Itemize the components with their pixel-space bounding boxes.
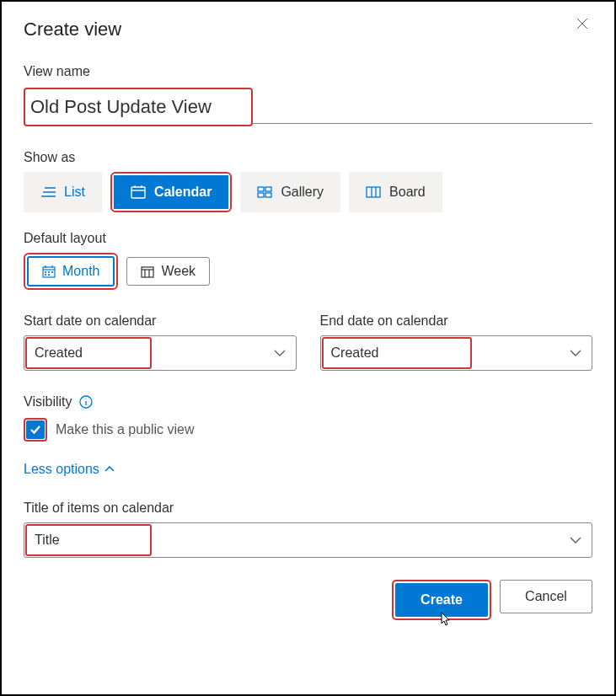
start-date-select[interactable]: Created [24, 335, 297, 371]
visibility-label: Visibility [24, 394, 72, 410]
svg-point-36 [85, 399, 86, 399]
info-icon[interactable] [79, 395, 93, 409]
show-as-board-button[interactable]: Board [349, 172, 442, 212]
show-as-list-button[interactable]: List [24, 172, 102, 212]
view-name-underline [253, 92, 592, 124]
title-items-value: Title [35, 533, 60, 548]
svg-point-25 [46, 271, 46, 272]
layout-month-button[interactable]: Month [27, 256, 115, 286]
view-name-label: View name [24, 64, 592, 79]
list-icon [40, 186, 56, 198]
layout-week-label: Week [161, 264, 196, 279]
week-icon [141, 265, 154, 278]
public-view-checkbox[interactable] [26, 420, 45, 439]
view-name-input[interactable] [29, 91, 248, 123]
show-as-calendar-label: Calendar [154, 185, 212, 200]
create-highlight: Create [392, 580, 491, 620]
show-as-calendar-highlight: Calendar [110, 172, 232, 212]
svg-point-28 [46, 274, 46, 275]
checkbox-highlight [24, 418, 47, 442]
view-name-group: View name [24, 64, 592, 126]
svg-point-29 [49, 274, 50, 275]
create-button[interactable]: Create [395, 583, 488, 617]
date-row: Start date on calendar Created End date … [24, 313, 592, 371]
cancel-button[interactable]: Cancel [500, 580, 592, 613]
month-icon [42, 265, 56, 278]
layout-month-label: Month [62, 264, 99, 279]
start-date-label: Start date on calendar [24, 313, 297, 329]
close-button[interactable] [576, 15, 592, 32]
less-options-label: Less options [24, 462, 99, 477]
calendar-icon [131, 185, 146, 199]
title-items-label: Title of items on calendar [24, 501, 592, 516]
start-date-value: Created [35, 345, 83, 361]
default-layout-group: Default layout Month Week [24, 231, 592, 290]
gallery-icon [257, 186, 272, 198]
svg-rect-17 [265, 193, 271, 197]
show-as-gallery-button[interactable]: Gallery [240, 172, 340, 212]
public-view-label: Make this a public view [56, 422, 195, 437]
show-as-group: Show as List Calendar Gallery [24, 150, 592, 212]
end-date-select[interactable]: Created [320, 335, 593, 371]
dialog-title: Create view [24, 19, 121, 40]
chevron-down-icon [570, 537, 581, 543]
end-date-label: End date on calendar [320, 313, 593, 329]
show-as-label: Show as [24, 150, 592, 165]
svg-rect-16 [258, 193, 264, 197]
svg-point-26 [49, 271, 50, 272]
default-layout-label: Default layout [24, 231, 592, 246]
month-highlight: Month [24, 253, 118, 290]
dialog-footer: Create Cancel [24, 580, 592, 620]
layout-week-button[interactable]: Week [126, 257, 210, 286]
svg-rect-15 [265, 187, 271, 191]
svg-rect-30 [142, 267, 153, 277]
close-icon [576, 17, 592, 30]
show-as-gallery-label: Gallery [281, 185, 324, 200]
svg-point-27 [52, 271, 53, 272]
visibility-group: Visibility Make this a public view [24, 394, 592, 442]
svg-rect-18 [367, 187, 380, 197]
chevron-up-icon [104, 466, 115, 473]
svg-rect-14 [258, 187, 264, 191]
start-date-group: Start date on calendar Created [24, 313, 297, 371]
less-options-toggle[interactable]: Less options [24, 462, 115, 477]
title-items-select[interactable]: Title [24, 522, 592, 558]
view-name-highlight [24, 88, 253, 126]
dialog-header: Create view [24, 19, 592, 40]
title-items-group: Title of items on calendar Title [24, 501, 592, 558]
board-icon [366, 186, 381, 198]
show-as-list-label: List [64, 185, 85, 200]
chevron-down-icon [570, 350, 581, 356]
checkmark-icon [29, 425, 41, 435]
chevron-down-icon [274, 350, 286, 356]
end-date-value: Created [331, 345, 379, 361]
end-date-group: End date on calendar Created [320, 313, 593, 371]
svg-rect-5 [131, 187, 145, 198]
show-as-calendar-button[interactable]: Calendar [114, 175, 228, 209]
show-as-board-label: Board [389, 185, 426, 200]
